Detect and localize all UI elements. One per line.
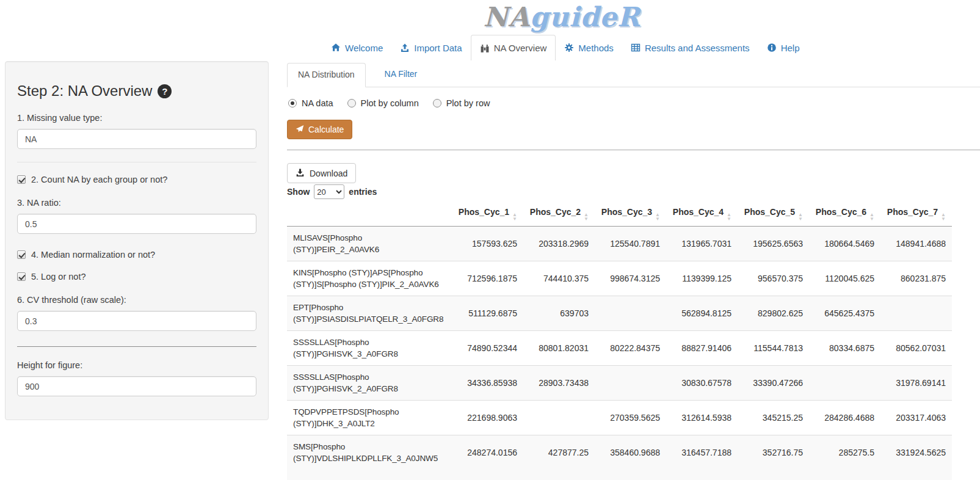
radio-label: Plot by row	[446, 98, 490, 108]
row-name-cell: TQDPVPPETPSDS[Phospho (STY)]DHK_3_A0JLT2	[287, 401, 452, 435]
table-cell: 427877.25	[523, 435, 595, 470]
table-cell	[523, 401, 595, 435]
tab-na-filter[interactable]: NA Filter	[374, 63, 428, 87]
median-normalization-label: 4. Median normalization or not?	[31, 250, 155, 260]
table-cell: 645625.4375	[809, 296, 880, 331]
column-header-label: Phos_Cyc_6	[816, 207, 866, 217]
table-cell: 744410.375	[523, 261, 595, 296]
log-or-not-row: 5. Log or not?	[17, 272, 256, 282]
column-header-label: Phos_Cyc_2	[530, 207, 581, 217]
radio-option-plot-by-column[interactable]: Plot by column	[347, 98, 419, 108]
rowname-column-header	[287, 202, 452, 227]
row-name-cell: KINS[Phospho (STY)]APS[Phospho (STY)]S[P…	[287, 261, 452, 296]
radio-icon	[347, 99, 356, 107]
table-cell: 270359.5625	[595, 401, 666, 435]
table-cell: 860231.875	[880, 261, 952, 296]
table-cell: 203317.4063	[880, 401, 952, 435]
table-icon	[631, 43, 641, 53]
download-button[interactable]: Download	[287, 163, 356, 183]
data-table-wrap: Phos_Cyc_1▲▼Phos_Cyc_2▲▼Phos_Cyc_3▲▼Phos…	[287, 202, 952, 470]
nav-tab-results[interactable]: Results and Assessments	[622, 35, 758, 60]
table-cell: 285275.5	[809, 435, 880, 470]
table-cell: 1139399.125	[666, 261, 738, 296]
log-or-not-label: 5. Log or not?	[31, 272, 86, 282]
table-cell	[595, 296, 666, 331]
cv-threshold-input[interactable]	[17, 311, 256, 331]
row-name-cell: SMS[Phospho (STY)]VDLSHIPLKDPLLFK_3_A0JN…	[287, 435, 452, 470]
table-row: SSSSLLAS[Phospho (STY)]PGHISVK_2_A0FGR83…	[287, 366, 952, 401]
gears-icon	[564, 43, 574, 53]
table-cell: 956570.375	[738, 261, 809, 296]
sort-icon: ▲▼	[869, 213, 874, 221]
nav-tab-label: Import Data	[414, 43, 462, 53]
count-na-group-checkbox[interactable]	[17, 175, 26, 184]
cv-threshold-label: 6. CV threshold (raw scale):	[17, 295, 256, 305]
radio-icon	[288, 99, 297, 107]
question-circle-icon[interactable]: ?	[158, 84, 172, 98]
table-cell: 80334.6875	[809, 331, 880, 366]
row-name-cell: MLISAVS[Phospho (STY)]PEIR_2_A0AVK6	[287, 227, 452, 261]
table-cell: 80801.82031	[523, 331, 595, 366]
column-header-phos_cyc_3[interactable]: Phos_Cyc_3▲▼	[595, 202, 666, 227]
column-header-label: Phos_Cyc_4	[673, 207, 724, 217]
table-cell: 28903.73438	[523, 366, 595, 401]
sort-icon: ▲▼	[584, 213, 589, 221]
table-row: KINS[Phospho (STY)]APS[Phospho (STY)]S[P…	[287, 261, 952, 296]
table-cell: 180664.5469	[809, 227, 880, 261]
table-row: SMS[Phospho (STY)]VDLSHIPLKDPLLFK_3_A0JN…	[287, 435, 952, 470]
log-or-not-checkbox[interactable]	[17, 272, 26, 281]
calculate-button[interactable]: Calculate	[287, 120, 352, 139]
nav-tab-import-data[interactable]: Import Data	[391, 35, 470, 60]
plot-option-radios: NA data Plot by column Plot by row	[288, 98, 504, 108]
nav-tab-help[interactable]: Help	[758, 35, 808, 60]
figure-height-input[interactable]	[17, 376, 256, 396]
column-header-label: Phos_Cyc_7	[887, 207, 938, 217]
na-ratio-input[interactable]	[17, 214, 256, 234]
divider	[287, 150, 980, 150]
column-header-label: Phos_Cyc_3	[601, 207, 652, 217]
nav-tab-na-overview[interactable]: NA Overview	[471, 35, 556, 60]
table-cell: 195625.6563	[738, 227, 809, 261]
table-cell: 712596.1875	[452, 261, 523, 296]
column-header-phos_cyc_7[interactable]: Phos_Cyc_7▲▼	[880, 202, 952, 227]
page-title: Step 2: NA Overview ?	[17, 82, 256, 100]
sort-icon: ▲▼	[655, 213, 660, 221]
tab-na-distribution[interactable]: NA Distribution	[287, 63, 366, 87]
missing-value-type-input[interactable]	[17, 129, 256, 149]
info-icon	[767, 43, 777, 53]
page-title-text: Step 2: NA Overview	[17, 82, 152, 100]
data-table: Phos_Cyc_1▲▼Phos_Cyc_2▲▼Phos_Cyc_3▲▼Phos…	[287, 202, 952, 470]
partial-table-row	[287, 467, 952, 480]
column-header-phos_cyc_4[interactable]: Phos_Cyc_4▲▼	[666, 202, 738, 227]
logo-part-na: NA	[483, 1, 529, 32]
median-normalization-checkbox[interactable]	[17, 250, 26, 259]
table-cell: 31978.69141	[880, 366, 952, 401]
table-cell: 511129.6875	[452, 296, 523, 331]
radio-option-plot-by-row[interactable]: Plot by row	[433, 98, 490, 108]
radio-option-na-data[interactable]: NA data	[288, 98, 333, 108]
table-row: TQDPVPPETPSDS[Phospho (STY)]DHK_3_A0JLT2…	[287, 401, 952, 435]
nav-tab-label: NA Overview	[494, 43, 547, 53]
entries-select[interactable]: 20	[314, 184, 344, 199]
table-cell: 115544.7813	[738, 331, 809, 366]
sort-icon: ▲▼	[798, 213, 803, 221]
table-row: MLISAVS[Phospho (STY)]PEIR_2_A0AVK615759…	[287, 227, 952, 261]
main-nav: Welcome Import Data NA Overview Methods …	[322, 35, 808, 60]
column-header-label: Phos_Cyc_1	[459, 207, 509, 217]
sort-icon: ▲▼	[512, 213, 517, 221]
table-row: SSSSLLAS[Phospho (STY)]PGHISVK_3_A0FGR87…	[287, 331, 952, 366]
nav-tab-welcome[interactable]: Welcome	[322, 35, 391, 60]
subtab-bar: NA Distribution NA Filter	[287, 63, 980, 87]
column-header-phos_cyc_2[interactable]: Phos_Cyc_2▲▼	[523, 202, 595, 227]
nav-tab-methods[interactable]: Methods	[556, 35, 622, 60]
column-header-phos_cyc_1[interactable]: Phos_Cyc_1▲▼	[452, 202, 523, 227]
table-cell: 88827.91406	[666, 331, 738, 366]
column-header-phos_cyc_5[interactable]: Phos_Cyc_5▲▼	[738, 202, 809, 227]
show-label: Show	[287, 187, 310, 197]
count-na-group-label: 2. Count NA by each group or not?	[31, 175, 167, 184]
nav-tab-label: Results and Assessments	[645, 43, 750, 53]
table-cell: 284286.4688	[809, 401, 880, 435]
download-icon	[296, 168, 305, 179]
table-cell	[595, 366, 666, 401]
column-header-phos_cyc_6[interactable]: Phos_Cyc_6▲▼	[809, 202, 880, 227]
